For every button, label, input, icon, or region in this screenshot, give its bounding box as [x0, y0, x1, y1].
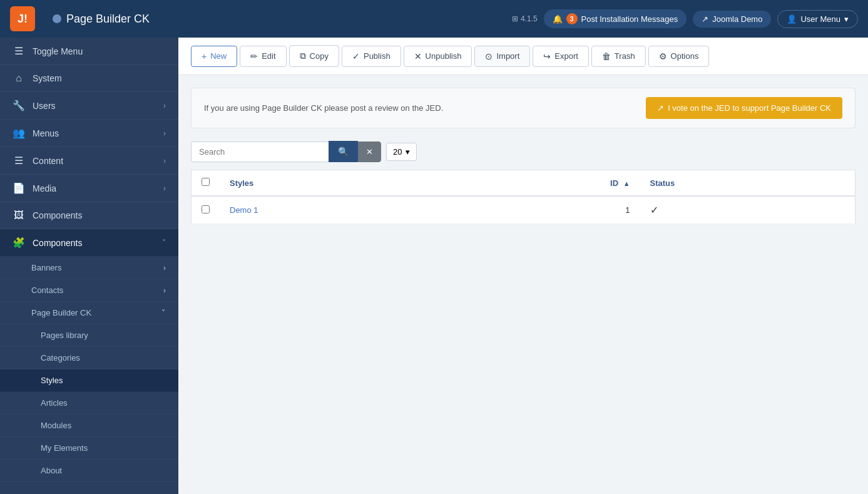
sidebar-item-toggle-menu[interactable]: ☰ Toggle Menu	[0, 38, 178, 65]
edit-label: Edit	[262, 51, 275, 61]
search-icon: 🔍	[338, 147, 349, 157]
chevron-right-icon: ›	[163, 263, 166, 272]
components-icon: 🧩	[13, 237, 25, 249]
edit-icon: ✏	[250, 51, 258, 61]
sidebar-item-about[interactable]: About	[0, 460, 178, 482]
export-button[interactable]: ↪ Export	[533, 46, 589, 67]
sidebar-item-media[interactable]: 🖼 Components	[0, 202, 178, 229]
version-icon: ⊞	[512, 14, 518, 23]
row-id-value: 1	[625, 205, 630, 215]
select-all-checkbox[interactable]	[202, 178, 210, 186]
sidebar-item-users[interactable]: 👥 Menus ›	[0, 120, 178, 147]
external-link-icon: ↗	[657, 103, 664, 113]
sidebar-item-page-builder-ck[interactable]: Page Builder CK ˅	[0, 302, 178, 324]
demo-1-link[interactable]: Demo 1	[230, 205, 258, 215]
title-dot	[53, 14, 61, 23]
chevron-down-icon: ▾	[844, 14, 849, 24]
system-icon: 🔧	[13, 100, 25, 111]
sidebar-item-home-dashboard[interactable]: ⌂ System	[0, 65, 178, 92]
sidebar-item-my-elements[interactable]: My Elements	[0, 437, 178, 460]
users-icon: 👥	[13, 127, 25, 139]
search-count-selector[interactable]: 20 ▾	[386, 143, 417, 161]
sidebar-item-components[interactable]: 🧩 Components ˅	[0, 229, 178, 257]
sidebar-item-system[interactable]: 🔧 Users ›	[0, 92, 178, 120]
jed-vote-button[interactable]: ↗ I vote on the JED to support Page Buil…	[646, 97, 842, 119]
sidebar-item-menus[interactable]: ☰ Content ›	[0, 147, 178, 175]
chevron-down-icon: ˅	[162, 239, 166, 247]
joomla-demo-button[interactable]: ↗ Joomla Demo	[693, 11, 771, 28]
home-dashboard-label: System	[33, 73, 62, 83]
info-banner: If you are using Page Builder CK please …	[191, 88, 855, 128]
copy-button[interactable]: ⧉ Copy	[289, 45, 339, 67]
status-published-icon: ✓	[650, 205, 658, 215]
row-status-cell[interactable]: ✓	[640, 196, 855, 224]
menus-label: Content	[33, 156, 63, 166]
modules-label: Modules	[41, 421, 71, 430]
chevron-right-icon: ›	[163, 129, 166, 138]
import-icon: ⊙	[485, 51, 493, 61]
status-col-header[interactable]: Status	[640, 170, 855, 197]
version-badge: ⊞ 4.1.5	[512, 14, 538, 23]
media-icon: 🖼	[13, 210, 25, 221]
row-id-cell: 1	[451, 196, 640, 224]
row-checkbox[interactable]	[202, 205, 210, 214]
status-col-label: Status	[650, 178, 675, 188]
about-label: About	[41, 466, 62, 475]
layout: ☰ Toggle Menu ⌂ System 🔧 Users › 👥 Menus…	[0, 38, 868, 494]
gear-icon: ⚙	[659, 51, 667, 61]
toggle-menu-label: Toggle Menu	[33, 46, 83, 56]
external-link-icon: ↗	[702, 14, 708, 24]
trash-button[interactable]: 🗑 Trash	[591, 46, 646, 67]
user-menu-label: User Menu	[800, 14, 840, 24]
sidebar-item-content[interactable]: 📄 Media ›	[0, 175, 178, 202]
search-clear-button[interactable]: ✕	[358, 142, 381, 162]
new-button[interactable]: + New	[191, 46, 237, 67]
sidebar-item-banners[interactable]: Banners ›	[0, 257, 178, 279]
plus-icon: +	[202, 51, 207, 61]
chevron-right-icon: ›	[163, 101, 166, 110]
sidebar-item-articles[interactable]: Articles	[0, 392, 178, 414]
topbar-right: ⊞ 4.1.5 🔔 3 Post Installation Messages ↗…	[512, 9, 858, 28]
search-submit-button[interactable]: 🔍	[329, 141, 358, 162]
publish-button[interactable]: ✓ Publish	[342, 46, 401, 67]
sidebar: ☰ Toggle Menu ⌂ System 🔧 Users › 👥 Menus…	[0, 38, 178, 494]
styles-table: Styles ID ▲ Status	[191, 170, 855, 224]
unpublish-label: Unpublish	[426, 51, 462, 61]
styles-col-header[interactable]: Styles	[220, 170, 451, 197]
sidebar-item-contacts[interactable]: Contacts ›	[0, 279, 178, 302]
users-label: Menus	[33, 128, 59, 138]
check-icon: ✓	[352, 51, 360, 61]
topbar: J! Page Builder CK ⊞ 4.1.5 🔔 3 Post Inst…	[0, 0, 868, 38]
sidebar-item-pages-library[interactable]: Pages library	[0, 324, 178, 347]
styles-col-label: Styles	[230, 178, 253, 188]
options-button[interactable]: ⚙ Options	[648, 46, 710, 67]
notification-label: Post Installation Messages	[581, 14, 678, 24]
chevron-right-icon: ›	[163, 286, 166, 295]
page-title-text: Page Builder CK	[66, 13, 150, 26]
user-menu-button[interactable]: 👤 User Menu ▾	[777, 10, 858, 28]
content-label: Media	[33, 183, 56, 193]
options-label: Options	[671, 51, 699, 61]
row-checkbox-cell[interactable]	[191, 196, 220, 224]
notifications-button[interactable]: 🔔 3 Post Installation Messages	[544, 9, 687, 28]
select-all-col[interactable]	[191, 170, 220, 197]
styles-label: Styles	[41, 376, 63, 385]
edit-button[interactable]: ✏ Edit	[240, 46, 286, 67]
info-banner-text: If you are using Page Builder CK please …	[204, 103, 443, 113]
sidebar-item-categories[interactable]: Categories	[0, 347, 178, 369]
content-area: If you are using Page Builder CK please …	[178, 75, 868, 494]
id-col-header[interactable]: ID ▲	[451, 170, 640, 197]
components-label: Components	[33, 238, 82, 248]
page-builder-ck-label: Page Builder CK	[31, 308, 91, 317]
logo[interactable]: J!	[10, 6, 35, 31]
joomla-logo: J!	[10, 6, 35, 31]
sidebar-item-styles[interactable]: Styles	[0, 369, 178, 392]
publish-label: Publish	[364, 51, 391, 61]
new-label: New	[210, 51, 227, 61]
my-elements-label: My Elements	[41, 443, 88, 453]
unpublish-button[interactable]: ✕ Unpublish	[404, 46, 472, 67]
import-button[interactable]: ⊙ Import	[474, 46, 530, 67]
sidebar-item-modules[interactable]: Modules	[0, 414, 178, 437]
articles-label: Articles	[41, 398, 68, 408]
search-input[interactable]	[191, 142, 329, 162]
